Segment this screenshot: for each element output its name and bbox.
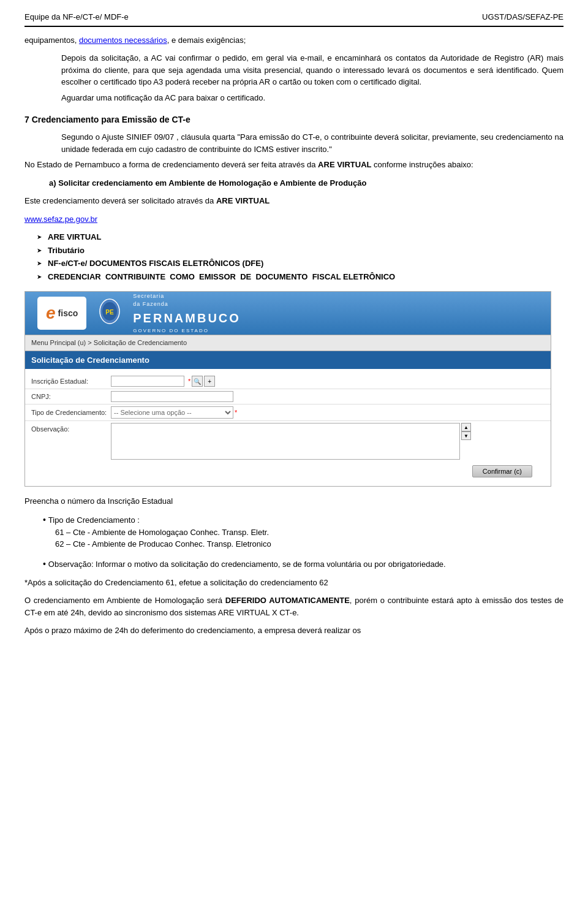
pernambuco-text: PERNAMBUCO [133,309,241,327]
inscricao-input[interactable] [111,376,184,387]
screenshot-nav: Menu Principal (u) > Solicitação de Cred… [25,335,551,351]
list-item: Tributário [37,245,564,257]
form-title-bar: Solicitação de Credenciamento [25,351,551,370]
bullet-obs: Observação: Informar o motivo da solicit… [43,558,564,571]
list-item: ARE VIRTUAL [37,231,564,243]
bullet-obs-list: Observação: Informar o motivo da solicit… [43,558,564,571]
screenshot-box: e fisco PE Secretaria da Fazenda PERNAMB… [24,291,551,487]
bullet-tipo: Tipo de Credenciamento : 61 – Cte - Ambi… [43,514,564,550]
confirm-button[interactable]: Confirmar (c) [472,465,532,477]
paragraph-3: Aguardar uma notificação da AC para baix… [61,92,564,104]
section-7-heading: 7 Credenciamento para Emissão de CT-e [24,113,564,126]
link-sefaz[interactable]: www.sefaz.pe.gov.br [24,213,564,226]
page-header: Equipe da NF-e/CT-e/ MDF-e UGST/DAS/SEFA… [24,11,564,27]
obs-textarea[interactable] [111,423,460,460]
screenshot-header: e fisco PE Secretaria da Fazenda PERNAMB… [25,292,551,335]
form-row-cnpj: CNPJ: [25,389,551,405]
paragraph-2: Depois da solicitação, a AC vai confirma… [61,52,564,88]
efisco-logo: e fisco [37,297,86,330]
form-row-obs: Observação: ▲ ▼ [25,421,551,461]
scrollbar: ▲ ▼ [461,423,471,440]
paragraph-5: No Estado de Pernambuco a forma de crede… [24,159,564,171]
link-documentos[interactable]: documentos necessários [79,36,167,45]
sub-indent-1: 61 – Cte - Ambiente de Homologaçao Conhe… [55,526,564,550]
list-item: NF-e/CT-e/ DOCUMENTOS FISCAIS ELETRÔNICO… [37,257,564,270]
header-left: Equipe da NF-e/CT-e/ MDF-e [24,11,129,23]
confirm-btn-row: Confirmar (c) [25,461,551,480]
form-row-inscricao: Inscrição Estadual: * 🔍 + [25,374,551,389]
screenshot-form-area: Solicitação de Credenciamento Inscrição … [25,351,551,487]
svg-text:PE: PE [106,309,115,316]
header-right: UGST/DAS/SEFAZ-PE [482,11,564,23]
cnpj-input[interactable] [111,391,233,402]
arrow-list: ARE VIRTUAL Tributário NF-e/CT-e/ DOCUME… [37,231,564,283]
instructions-list: Tipo de Credenciamento : 61 – Cte - Ambi… [43,514,564,550]
paragraph-6: a) Solicitar credenciamento em Ambiente … [49,177,564,189]
scroll-down-button[interactable]: ▼ [461,431,471,440]
paragraph-7: Este credenciamento deverá ser solicitad… [24,195,564,207]
add-button[interactable]: + [204,376,215,387]
paragraph-9: O credenciamento em Ambiente de Homologa… [24,594,564,618]
paragraph-8: *Após a solicitação do Credenciamento 61… [24,577,564,589]
paragraph-1: equipamentos, documentos necessários, e … [24,34,564,47]
scroll-up-button[interactable]: ▲ [461,423,471,431]
section-7-body: Segundo o Ajuste SINIEF 09/07 , cláusula… [61,131,564,155]
list-item: CREDENCIAR CONTRIBUINTE COMO EMISSOR DE … [37,271,564,283]
form-row-tipo: Tipo de Credenciamento: -- Selecione uma… [25,405,551,421]
paragraph-10: Após o prazo máximo de 24h do deferiment… [24,625,564,637]
pernambuco-label-group: Secretaria da Fazenda PERNAMBUCO GOVERNO… [133,292,241,335]
brasao-icon: PE [99,298,121,329]
search-button[interactable]: 🔍 [192,376,203,387]
tipo-select[interactable]: -- Selecione uma opção -- [111,406,233,419]
instructions-title: Preencha o número da Inscrição Estadual [24,495,564,507]
